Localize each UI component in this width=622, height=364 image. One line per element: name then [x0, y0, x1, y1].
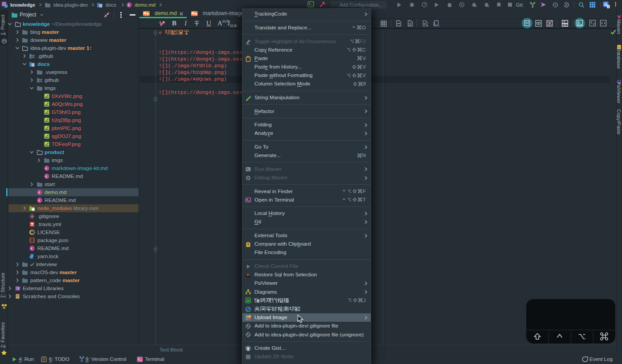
- svg-text:G: G: [604, 2, 607, 7]
- svg-text:R: R: [487, 5, 490, 8]
- svg-text:R: R: [475, 5, 477, 8]
